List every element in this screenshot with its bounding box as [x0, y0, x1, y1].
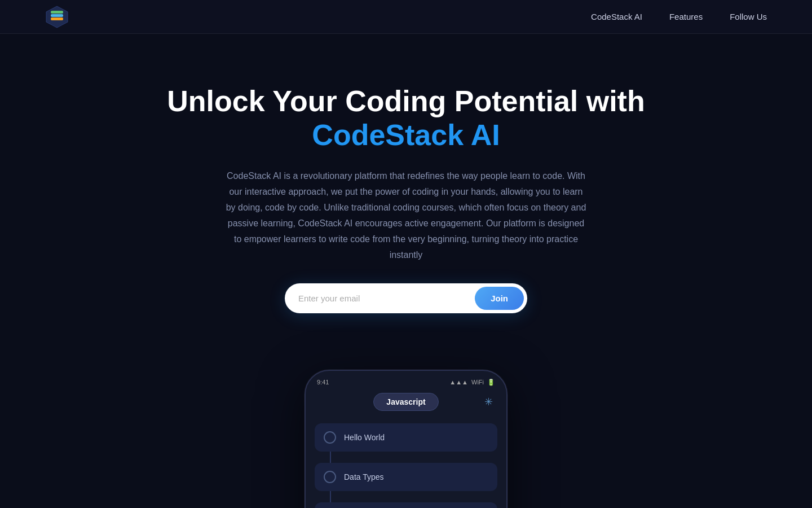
- status-left: 9:41: [317, 379, 329, 386]
- logo-icon: [45, 5, 69, 29]
- navbar: CodeStack AI Features Follow Us: [0, 0, 812, 34]
- course-row[interactable]: Hello World: [315, 423, 497, 452]
- phone-mockup-container: 9:41 ▲▲▲ WiFi 🔋 Javascript ✳ Hello World: [0, 370, 812, 508]
- course-row[interactable]: String and Numbers: [315, 502, 497, 508]
- svg-rect-2: [51, 14, 63, 17]
- language-pill[interactable]: Javascript: [373, 393, 438, 411]
- hero-title-accent: CodeStack AI: [312, 119, 500, 151]
- phone-mockup: 9:41 ▲▲▲ WiFi 🔋 Javascript ✳ Hello World: [304, 370, 508, 508]
- course-connector: [330, 491, 331, 502]
- nav-link-codestack[interactable]: CodeStack AI: [591, 12, 642, 21]
- course-row[interactable]: Data Types: [315, 463, 497, 491]
- course-item-string-numbers: String and Numbers: [315, 502, 497, 508]
- hero-description: CodeStack AI is a revolutionary platform…: [226, 168, 586, 263]
- course-list: Hello World Data Types String and Number…: [306, 419, 506, 508]
- join-button[interactable]: Join: [475, 287, 524, 310]
- svg-rect-1: [51, 17, 63, 20]
- wifi-icon: WiFi: [471, 379, 484, 386]
- course-name: Data Types: [344, 472, 384, 481]
- phone-header: Javascript ✳: [306, 389, 506, 419]
- course-item-hello-world: Hello World: [315, 423, 497, 463]
- phone-status-bar: 9:41 ▲▲▲ WiFi 🔋: [306, 371, 506, 389]
- course-name: Hello World: [344, 433, 385, 442]
- status-time: 9:41: [317, 379, 329, 386]
- hero-title-line1: Unlock Your Coding Potential with: [167, 85, 645, 117]
- course-circle: [324, 471, 336, 483]
- settings-icon[interactable]: ✳: [484, 396, 493, 408]
- status-right: ▲▲▲ WiFi 🔋: [449, 379, 495, 386]
- nav-link-features[interactable]: Features: [669, 12, 703, 21]
- course-circle: [324, 431, 336, 444]
- logo[interactable]: [45, 5, 69, 29]
- hero-section: Unlock Your Coding Potential with CodeSt…: [0, 34, 812, 341]
- battery-icon: 🔋: [487, 379, 495, 386]
- email-form: Join: [285, 283, 527, 313]
- nav-links: CodeStack AI Features Follow Us: [591, 12, 767, 21]
- course-item-data-types: Data Types: [315, 463, 497, 502]
- hero-title: Unlock Your Coding Potential with CodeSt…: [113, 85, 699, 152]
- email-input[interactable]: [298, 294, 475, 303]
- svg-rect-3: [51, 11, 63, 14]
- course-connector: [330, 452, 331, 463]
- nav-link-follow[interactable]: Follow Us: [730, 12, 767, 21]
- signal-icon: ▲▲▲: [449, 379, 468, 386]
